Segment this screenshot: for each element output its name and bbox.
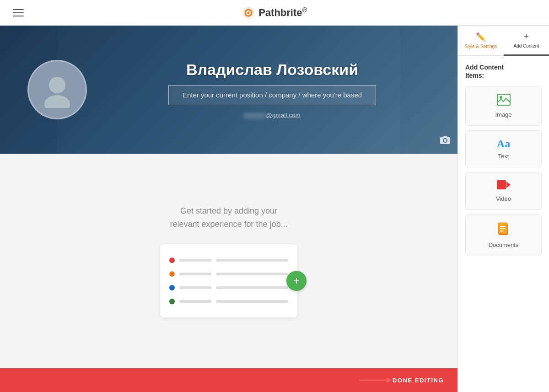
- avatar: [27, 60, 87, 119]
- done-editing-bar: DONE EDITING: [0, 368, 458, 392]
- logo-icon: [242, 6, 255, 19]
- profile-name: Владислав Лозовский: [186, 61, 358, 79]
- ill-line: [216, 300, 288, 303]
- video-label: Video: [496, 195, 511, 202]
- ill-line: [216, 286, 288, 289]
- svg-point-7: [500, 96, 502, 99]
- arrow-line: [359, 380, 387, 381]
- documents-icon: [498, 222, 510, 238]
- profile-header: Владислав Лозовский Enter your current p…: [0, 26, 458, 154]
- avatar-icon: [39, 71, 75, 108]
- ill-dot-orange: [169, 271, 175, 277]
- svg-point-4: [44, 95, 70, 108]
- profile-info: Владислав Лозовский Enter your current p…: [87, 61, 458, 119]
- documents-label: Documents: [489, 242, 519, 248]
- content-item-documents[interactable]: Documents: [465, 215, 542, 256]
- logo-text: Pathbrite®: [258, 6, 307, 19]
- video-icon: [496, 180, 511, 192]
- ill-line: [179, 300, 211, 303]
- content-area: Владислав Лозовский Enter your current p…: [0, 26, 458, 392]
- svg-marker-9: [506, 182, 511, 188]
- ill-row-4: [169, 299, 288, 304]
- ill-line: [179, 273, 211, 275]
- profile-position-input[interactable]: Enter your current position / company / …: [168, 85, 376, 106]
- add-content-plus-button[interactable]: +: [286, 271, 307, 291]
- add-content-illustration: +: [160, 244, 297, 317]
- top-navigation: Pathbrite®: [0, 0, 549, 26]
- ill-line: [216, 273, 288, 275]
- content-item-text[interactable]: Aa Text: [465, 130, 542, 167]
- content-item-image[interactable]: Image: [465, 86, 542, 126]
- ill-line: [216, 259, 288, 262]
- ill-row-1: [169, 258, 288, 263]
- change-background-button[interactable]: [440, 135, 450, 146]
- profile-email: ••••••••••@gmail.com: [244, 112, 301, 118]
- tab-style-settings[interactable]: ✏️ Style & Settings: [458, 26, 504, 56]
- done-editing-button[interactable]: DONE EDITING: [393, 377, 444, 384]
- ill-line: [179, 286, 211, 289]
- ill-dot-green: [169, 299, 175, 304]
- svg-point-2: [248, 11, 250, 14]
- ill-dot-blue: [169, 285, 175, 290]
- hamburger-menu[interactable]: [13, 9, 24, 16]
- svg-rect-8: [497, 180, 506, 189]
- pencil-icon: ✏️: [476, 32, 486, 42]
- content-item-video[interactable]: Video: [465, 172, 542, 210]
- logo: Pathbrite®: [242, 6, 307, 19]
- ill-row-2: [169, 271, 288, 277]
- tab-add-content[interactable]: + Add Content: [504, 26, 549, 56]
- image-label: Image: [495, 111, 511, 118]
- plus-icon: +: [524, 32, 529, 42]
- svg-point-3: [49, 77, 65, 93]
- tab-style-label: Style & Settings: [464, 44, 497, 49]
- add-content-title: Add ContentItems:: [465, 63, 542, 80]
- text-icon: Aa: [497, 138, 510, 149]
- sidebar-content: Add ContentItems: Image Aa Text: [458, 56, 549, 392]
- svg-rect-6: [497, 94, 510, 105]
- avatar-container: [27, 60, 87, 119]
- svg-point-5: [444, 139, 447, 142]
- text-label: Text: [498, 153, 509, 160]
- sidebar-tabs: ✏️ Style & Settings + Add Content: [458, 26, 549, 56]
- arrow-head: [387, 377, 391, 383]
- image-icon: [497, 94, 511, 107]
- main-layout: Владислав Лозовский Enter your current p…: [0, 26, 549, 392]
- right-sidebar: ✏️ Style & Settings + Add Content Add Co…: [458, 26, 549, 392]
- ill-dot-red: [169, 258, 175, 263]
- empty-state-section: Get started by adding yourrelevant exper…: [0, 154, 458, 368]
- tab-add-content-label: Add Content: [513, 43, 539, 48]
- ill-row-3: [169, 285, 288, 290]
- ill-line: [179, 259, 211, 262]
- empty-state-text: Get started by adding yourrelevant exper…: [170, 204, 287, 231]
- arrow-indicator: [359, 377, 391, 383]
